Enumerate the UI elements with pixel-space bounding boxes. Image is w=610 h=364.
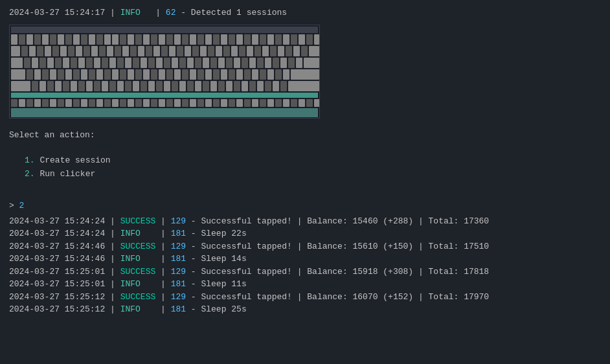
svg-rect-120 [34, 69, 41, 80]
prompt-input-value: 2 [19, 201, 25, 210]
log-8-level: INFO [120, 303, 156, 316]
svg-rect-8 [65, 34, 72, 45]
svg-rect-29 [229, 34, 235, 45]
svg-rect-150 [267, 69, 274, 80]
svg-rect-17 [135, 34, 142, 45]
svg-rect-18 [143, 34, 150, 45]
svg-rect-206 [135, 99, 142, 107]
log-6-level: INFO [120, 278, 156, 291]
svg-rect-231 [11, 108, 318, 117]
svg-rect-217 [221, 99, 227, 107]
svg-rect-9 [73, 34, 80, 45]
svg-rect-200 [89, 99, 95, 107]
svg-rect-114 [280, 58, 287, 68]
svg-rect-202 [104, 99, 111, 107]
header-level: INFO [120, 6, 151, 19]
svg-rect-146 [236, 69, 243, 80]
svg-rect-171 [156, 81, 163, 91]
svg-rect-58 [146, 46, 152, 56]
svg-rect-94 [125, 58, 131, 68]
svg-rect-64 [192, 46, 199, 56]
svg-rect-208 [151, 99, 157, 107]
svg-rect-215 [205, 99, 212, 107]
svg-rect-117 [304, 58, 319, 68]
svg-rect-28 [221, 34, 227, 45]
svg-rect-34 [267, 34, 274, 45]
svg-rect-35 [275, 34, 282, 45]
svg-rect-131 [120, 69, 126, 80]
log-4-code: 181 [171, 253, 186, 266]
svg-rect-68 [223, 46, 230, 56]
keyboard-visualization [9, 25, 320, 119]
svg-rect-69 [231, 46, 238, 56]
svg-rect-57 [138, 46, 144, 56]
log-1-code: 129 [171, 215, 186, 228]
svg-rect-226 [291, 99, 297, 107]
svg-rect-214 [198, 99, 204, 107]
svg-rect-16 [128, 34, 134, 45]
svg-rect-151 [275, 69, 282, 80]
svg-rect-170 [148, 81, 155, 91]
log-1-timestamp: 2024-03-27 15:24:24 [9, 215, 105, 228]
svg-rect-71 [247, 46, 253, 56]
header-log: 2024-03-27 15:24:17 | INFO | 62 - Detect… [9, 6, 601, 19]
svg-rect-50 [84, 46, 90, 56]
svg-rect-112 [265, 58, 271, 68]
svg-rect-134 [143, 69, 150, 80]
svg-rect-129 [104, 69, 111, 80]
menu-item-2[interactable]: 2. Run clicker [25, 168, 601, 181]
svg-rect-156 [40, 81, 46, 91]
log-2-code: 181 [171, 227, 186, 240]
svg-rect-126 [81, 69, 87, 80]
svg-rect-161 [78, 81, 85, 91]
svg-rect-77 [293, 46, 300, 56]
log-1-level: SUCCESS [120, 215, 156, 228]
svg-rect-43 [29, 46, 36, 56]
log-5-message: - Successful tapped! | Balance: 15918 (+… [186, 266, 489, 279]
svg-rect-11 [89, 34, 95, 45]
svg-rect-180 [226, 81, 232, 91]
log-7-code: 129 [171, 291, 186, 304]
svg-rect-75 [278, 46, 284, 56]
svg-rect-4 [34, 34, 41, 45]
svg-rect-54 [115, 46, 121, 56]
svg-rect-222 [260, 99, 266, 107]
menu-item-1-number: 1. [25, 155, 35, 165]
menu-item-1[interactable]: 1. Create session [25, 154, 601, 167]
svg-rect-99 [164, 58, 170, 68]
svg-rect-103 [195, 58, 201, 68]
svg-rect-55 [122, 46, 129, 56]
log-3-code: 129 [171, 240, 186, 253]
svg-rect-159 [63, 81, 69, 91]
svg-rect-97 [148, 58, 155, 68]
svg-rect-198 [73, 99, 80, 107]
svg-rect-199 [81, 99, 87, 107]
svg-rect-0 [11, 27, 318, 33]
log-2-timestamp: 2024-03-27 15:24:24 [9, 227, 105, 240]
svg-rect-89 [86, 58, 93, 68]
log-line-1: 2024-03-27 15:24:24 | SUCCESS | 129 - Su… [9, 215, 601, 228]
svg-rect-46 [52, 46, 59, 56]
svg-rect-184 [257, 81, 264, 91]
svg-rect-27 [213, 34, 220, 45]
svg-rect-111 [257, 58, 264, 68]
svg-rect-115 [288, 58, 295, 68]
svg-rect-162 [86, 81, 93, 91]
svg-rect-164 [102, 81, 108, 91]
svg-rect-61 [169, 46, 175, 56]
svg-rect-172 [164, 81, 170, 91]
svg-rect-90 [94, 58, 100, 68]
svg-rect-44 [37, 46, 43, 56]
svg-rect-139 [182, 69, 188, 80]
svg-rect-160 [71, 81, 77, 91]
svg-rect-213 [190, 99, 196, 107]
log-1-message: - Successful tapped! | Balance: 15460 (+… [186, 215, 489, 228]
svg-rect-163 [94, 81, 100, 91]
svg-rect-40 [314, 34, 319, 45]
svg-rect-191 [19, 99, 25, 107]
svg-rect-82 [32, 58, 38, 68]
svg-rect-209 [159, 99, 165, 107]
svg-rect-130 [112, 69, 119, 80]
svg-rect-47 [60, 46, 67, 56]
svg-rect-104 [203, 58, 209, 68]
